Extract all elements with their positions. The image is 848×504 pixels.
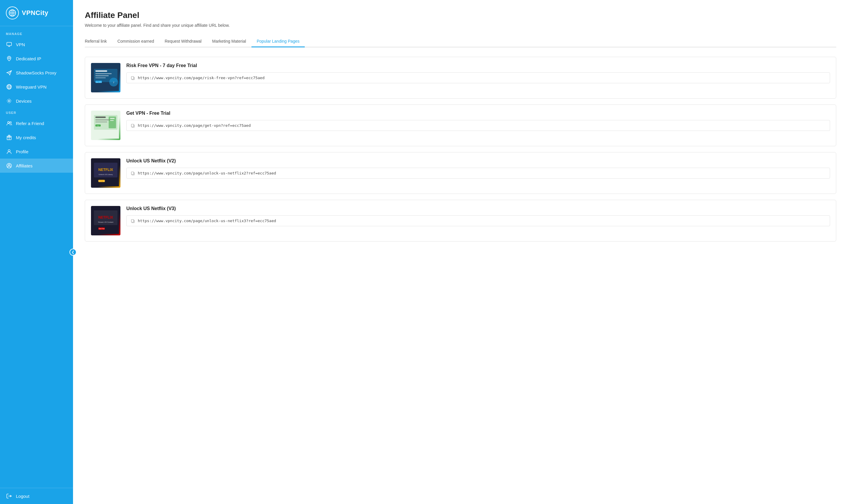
sidebar-item-refer-label: Refer a Friend [16, 121, 44, 126]
location-icon [6, 55, 12, 62]
sidebar-item-devices-label: Devices [16, 98, 32, 104]
copy-icon-2 [131, 171, 135, 175]
sidebar-item-vpn[interactable]: VPN [0, 37, 73, 52]
logout-label: Logout [16, 494, 30, 499]
svg-text:Unlock US Library: Unlock US Library [99, 174, 113, 175]
url-text-get-vpn: https://www.vpncity.com/page/get-vpn?ref… [138, 123, 251, 128]
tabs-bar: Referral link Commission earned Request … [85, 36, 836, 47]
landing-card-netflix-v3: NETFLIX Stream US Content Start Free Unl… [85, 200, 836, 241]
url-text-netflix-v2: https://www.vpncity.com/page/unlock-us-n… [138, 171, 276, 175]
copy-icon-0 [131, 76, 135, 80]
svg-rect-29 [96, 120, 110, 120]
svg-text:7: 7 [113, 81, 115, 84]
paper-plane-icon [6, 69, 12, 76]
tab-commission[interactable]: Commission earned [112, 36, 160, 47]
sidebar-item-dedicated-ip[interactable]: Dedicated IP [0, 52, 73, 66]
svg-point-8 [10, 122, 12, 123]
monitor-icon [6, 41, 12, 48]
sidebar-item-devices[interactable]: Devices [0, 94, 73, 108]
svg-point-7 [8, 122, 10, 123]
tab-marketing[interactable]: Marketing Material [207, 36, 251, 47]
sidebar-item-affiliates-label: Affiliates [16, 163, 32, 168]
svg-rect-34 [110, 118, 115, 119]
sidebar-item-profile-label: Profile [16, 149, 29, 154]
svg-text:Watch Now: Watch Now [98, 180, 105, 182]
landing-card-netflix-v2: NETFLIX Unlock US Library Watch Now Unlo… [85, 152, 836, 194]
users-icon [6, 120, 12, 127]
landing-card-get-vpn: Free Get VPN - Free Trial https://www.v [85, 105, 836, 146]
url-text-risk-free: https://www.vpncity.com/page/risk-free-v… [138, 76, 264, 80]
svg-point-11 [8, 150, 10, 152]
landing-card-netflix-v2-content: Unlock US Netflix (V2) https://www.vpnci… [126, 158, 830, 179]
svg-rect-2 [7, 42, 12, 46]
svg-rect-19 [96, 77, 106, 78]
svg-point-3 [8, 57, 10, 59]
page-subtitle: Welcome to your affiliate panel. Find an… [85, 23, 836, 28]
landing-card-risk-free: Get VPN 7 Risk Free VPN - 7 day Free Tri… [85, 57, 836, 98]
landing-pages-list: Get VPN 7 Risk Free VPN - 7 day Free Tri… [85, 57, 836, 241]
sidebar-item-refer[interactable]: Refer a Friend [0, 116, 73, 130]
svg-text:NETFLIX: NETFLIX [98, 215, 113, 219]
svg-rect-18 [96, 75, 109, 76]
sidebar-item-profile[interactable]: Profile [0, 144, 73, 159]
thumbnail-risk-free: Get VPN 7 [91, 63, 120, 92]
logo-icon [6, 6, 19, 19]
sidebar: VPNCity MANAGE VPN Dedicated IP [0, 0, 73, 504]
svg-rect-37 [131, 124, 134, 127]
landing-card-risk-free-content: Risk Free VPN - 7 day Free Trial https:/… [126, 63, 830, 83]
copy-icon-3 [131, 219, 135, 223]
tab-landing[interactable]: Popular Landing Pages [252, 36, 305, 47]
person-circle-icon [6, 162, 12, 169]
landing-card-netflix-v3-content: Unlock US Netflix (V3) https://www.vpnci… [126, 206, 830, 226]
main-content: Affiliate Panel Welcome to your affiliat… [73, 0, 848, 504]
sidebar-item-wireguard-label: Wireguard VPN [16, 85, 47, 89]
svg-rect-25 [131, 76, 134, 79]
sidebar-collapse-button[interactable]: ❮ [69, 249, 76, 256]
tab-withdrawal[interactable]: Request Withdrawal [159, 36, 207, 47]
svg-text:Free: Free [97, 125, 100, 127]
sidebar-logo[interactable]: VPNCity [0, 0, 73, 26]
svg-rect-35 [110, 120, 114, 121]
globe-icon [6, 84, 12, 90]
user-icon [6, 148, 12, 155]
sidebar-item-affiliates[interactable]: Affiliates [0, 159, 73, 173]
user-section-label: USER [0, 108, 73, 116]
sidebar-item-credits[interactable]: My credits [0, 130, 73, 144]
thumbnail-netflix-v3: NETFLIX Stream US Content Start Free [91, 206, 120, 235]
logo-text: VPNCity [22, 9, 48, 17]
gift-icon [6, 134, 12, 141]
svg-text:Start Free: Start Free [99, 228, 105, 230]
svg-rect-45 [131, 172, 134, 175]
url-box-get-vpn[interactable]: https://www.vpncity.com/page/get-vpn?ref… [126, 120, 830, 131]
page-title: Affiliate Panel [85, 11, 836, 20]
svg-rect-53 [131, 219, 134, 222]
url-box-netflix-v2[interactable]: https://www.vpncity.com/page/unlock-us-n… [126, 168, 830, 179]
logout-button[interactable]: Logout [0, 488, 73, 504]
landing-card-get-vpn-content: Get VPN - Free Trial https://www.vpncity… [126, 111, 830, 131]
svg-text:Get VPN: Get VPN [96, 81, 102, 83]
url-box-netflix-v3[interactable]: https://www.vpncity.com/page/unlock-us-n… [126, 215, 830, 226]
svg-rect-17 [96, 73, 111, 74]
tab-referral[interactable]: Referral link [85, 36, 112, 47]
sidebar-item-wireguard[interactable]: Wireguard VPN [0, 80, 73, 94]
landing-card-get-vpn-title: Get VPN - Free Trial [126, 111, 830, 116]
sidebar-item-shadowsocks[interactable]: ShadowSocks Proxy [0, 66, 73, 80]
thumbnail-netflix-v2: NETFLIX Unlock US Library Watch Now [91, 158, 120, 188]
gear-icon [6, 98, 12, 104]
svg-text:NETFLIX: NETFLIX [98, 168, 113, 172]
sidebar-item-credits-label: My credits [16, 135, 36, 140]
svg-point-6 [8, 100, 10, 102]
url-box-risk-free[interactable]: https://www.vpncity.com/page/risk-free-v… [126, 72, 830, 83]
landing-card-netflix-v2-title: Unlock US Netflix (V2) [126, 158, 830, 164]
landing-card-risk-free-title: Risk Free VPN - 7 day Free Trial [126, 63, 830, 68]
svg-text:Stream US Content: Stream US Content [98, 221, 114, 223]
manage-section-label: MANAGE [0, 29, 73, 37]
sidebar-item-shadowsocks-label: ShadowSocks Proxy [16, 70, 56, 75]
copy-icon-1 [131, 124, 135, 128]
svg-rect-30 [96, 122, 107, 122]
landing-card-netflix-v3-title: Unlock US Netflix (V3) [126, 206, 830, 211]
sidebar-item-vpn-label: VPN [16, 42, 25, 47]
svg-point-13 [8, 164, 10, 166]
logout-icon [6, 493, 12, 499]
svg-rect-28 [96, 116, 106, 118]
